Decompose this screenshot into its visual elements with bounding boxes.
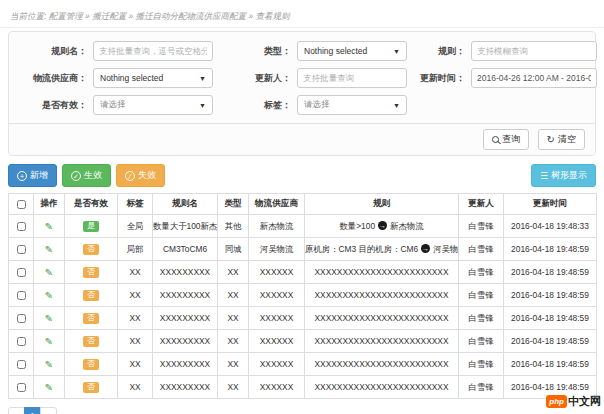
pagination-next[interactable]: » xyxy=(40,407,57,414)
type-cell: XX xyxy=(218,376,249,399)
rule-input[interactable] xyxy=(471,41,597,61)
row-checkbox[interactable] xyxy=(17,314,26,323)
row-checkbox[interactable] xyxy=(17,245,26,254)
updated-at-cell: 2016-04-18 19:48:33 xyxy=(504,215,597,238)
rule-cell: XXXXXXXXXXXXXXXXXXXXXXXX xyxy=(305,376,459,399)
edit-icon[interactable]: ✎ xyxy=(45,221,53,232)
pagination-page-1[interactable]: 1 xyxy=(24,407,41,414)
update-time-label: 更新时间： xyxy=(407,72,471,85)
rule-name-cell: XXXXXXXXX xyxy=(153,284,218,307)
table-row: ✎ 否 XX XXXXXXXXX XX XXXXXX XXXXXXXXXXXXX… xyxy=(9,261,597,284)
rule-cell: XXXXXXXXXXXXXXXXXXXXXXXX xyxy=(305,261,459,284)
search-button[interactable]: 查询 xyxy=(483,129,529,150)
updater-input[interactable] xyxy=(297,68,407,88)
valid-badge: 否 xyxy=(83,336,99,347)
rule-cell: 数量>100→新杰物流 xyxy=(305,215,459,238)
tag-cell: 局部 xyxy=(118,238,153,261)
table-header-row: 操作是否有效标签规则名类型物流供应商规则更新人更新时间 xyxy=(9,194,597,215)
add-button[interactable]: + 新增 xyxy=(8,164,57,187)
supplier-select-value: Nothing selected xyxy=(100,73,163,83)
table-row: ✎ 否 XX XXXXXXXXX XX XXXXXX XXXXXXXXXXXXX… xyxy=(9,376,597,399)
updater-cell: 白雪锋 xyxy=(459,261,504,284)
type-cell: XX xyxy=(218,284,249,307)
rule-name-cell: 数量大于100新杰 xyxy=(153,215,218,238)
valid-badge: 是 xyxy=(83,221,99,232)
column-header: 规则 xyxy=(305,194,459,215)
edit-icon[interactable]: ✎ xyxy=(45,313,53,324)
rule-name-label: 规则名： xyxy=(19,45,93,58)
row-checkbox[interactable] xyxy=(17,360,26,369)
row-checkbox[interactable] xyxy=(17,337,26,346)
edit-icon[interactable]: ✎ xyxy=(45,336,53,347)
clear-button[interactable]: ↻ 清空 xyxy=(538,129,585,150)
type-cell: XX xyxy=(218,353,249,376)
tree-view-button-label: 树形显示 xyxy=(551,169,587,182)
chevron-down-icon: ▼ xyxy=(199,75,206,82)
is-valid-label: 是否有效： xyxy=(19,99,93,112)
supplier-select[interactable]: Nothing selected ▼ xyxy=(93,68,213,88)
tag-cell: XX xyxy=(118,307,153,330)
pagination-prev[interactable]: « xyxy=(8,407,25,414)
column-header: 规则名 xyxy=(153,194,218,215)
updater-cell: 白雪锋 xyxy=(459,376,504,399)
edit-icon[interactable]: ✎ xyxy=(45,382,53,393)
tag-label: 标签： xyxy=(213,99,297,112)
rule-name-cell: XXXXXXXXX xyxy=(153,330,218,353)
rule-label: 规则： xyxy=(407,45,471,58)
edit-icon[interactable]: ✎ xyxy=(45,244,53,255)
updater-label: 更新人： xyxy=(213,72,297,85)
edit-icon[interactable]: ✎ xyxy=(45,359,53,370)
enable-button[interactable]: ✓ 生效 xyxy=(62,164,111,187)
row-checkbox[interactable] xyxy=(17,383,26,392)
is-valid-select-value: 请选择 xyxy=(100,99,126,111)
updated-at-cell: 2016-04-18 19:48:59 xyxy=(504,330,597,353)
rule-name-cell: XXXXXXXXX xyxy=(153,353,218,376)
rule-cell: XXXXXXXXXXXXXXXXXXXXXXXX xyxy=(305,284,459,307)
php-logo: php xyxy=(546,395,567,408)
row-checkbox[interactable] xyxy=(17,268,26,277)
supplier-cell: XXXXXX xyxy=(249,353,305,376)
row-checkbox[interactable] xyxy=(17,291,26,300)
column-header: 类型 xyxy=(218,194,249,215)
updated-at-cell: 2016-04-18 19:48:59 xyxy=(504,284,597,307)
type-select-value: Nothing selected xyxy=(304,46,367,56)
type-select[interactable]: Nothing selected ▼ xyxy=(297,41,407,61)
edit-icon[interactable]: ✎ xyxy=(45,290,53,301)
supplier-cell: XXXXXX xyxy=(249,307,305,330)
select-all-checkbox[interactable] xyxy=(17,200,26,209)
arrow-circle-icon: → xyxy=(378,221,387,230)
is-valid-select[interactable]: 请选择 ▼ xyxy=(93,95,213,115)
type-cell: 其他 xyxy=(218,215,249,238)
refresh-icon: ↻ xyxy=(547,136,555,144)
table-row: ✎ 否 XX XXXXXXXXX XX XXXXXX XXXXXXXXXXXXX… xyxy=(9,353,597,376)
valid-badge: 否 xyxy=(83,290,99,301)
tag-cell: XX xyxy=(118,261,153,284)
updater-cell: 白雪锋 xyxy=(459,238,504,261)
tree-view-button[interactable]: ☰ 树形显示 xyxy=(531,164,596,187)
arrow-circle-icon: → xyxy=(421,244,430,253)
valid-badge: 否 xyxy=(83,382,99,393)
rule-name-cell: XXXXXXXXX xyxy=(153,261,218,284)
updater-cell: 白雪锋 xyxy=(459,284,504,307)
chevron-down-icon: ▼ xyxy=(393,102,400,109)
disable-button[interactable]: ⁄ 失效 xyxy=(116,164,165,187)
supplier-cell: XXXXXX xyxy=(249,330,305,353)
row-checkbox[interactable] xyxy=(17,222,26,231)
tag-cell: 全局 xyxy=(118,215,153,238)
tag-cell: XX xyxy=(118,376,153,399)
breadcrumb-text: 当前位置: 配置管理 » 搬迁配置 » 搬迁自动分配物流供应商配置 » 查看规则 xyxy=(10,11,290,21)
update-time-input[interactable] xyxy=(471,68,597,88)
edit-icon[interactable]: ✎ xyxy=(45,267,53,278)
rule-cell: XXXXXXXXXXXXXXXXXXXXXXXX xyxy=(305,353,459,376)
list-icon: ☰ xyxy=(540,171,548,181)
tag-select[interactable]: 请选择 ▼ xyxy=(297,95,407,115)
rule-name-input[interactable] xyxy=(93,41,213,61)
filter-panel: 规则名： 类型： Nothing selected ▼ 规则： 物流供应商： N… xyxy=(8,31,596,156)
updated-at-cell: 2016-04-18 19:48:59 xyxy=(504,307,597,330)
valid-badge: 否 xyxy=(83,267,99,278)
action-bar: + 新增 ✓ 生效 ⁄ 失效 ☰ 树形显示 xyxy=(8,164,596,187)
supplier-cell: 河吴物流 xyxy=(249,238,305,261)
supplier-cell: XXXXXX xyxy=(249,261,305,284)
add-button-label: 新增 xyxy=(30,169,48,182)
supplier-cell: XXXXXX xyxy=(249,376,305,399)
